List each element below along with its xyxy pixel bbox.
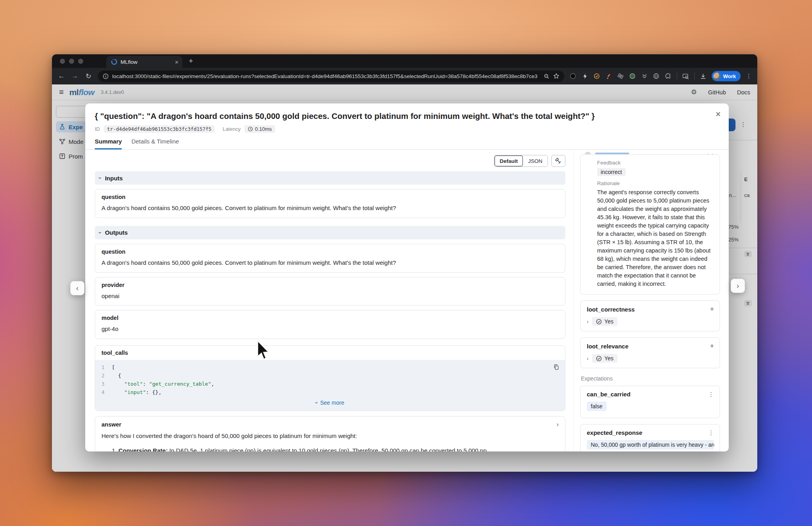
modal-tabs: Summary Details & Timeline — [95, 138, 719, 149]
loot-relevance-card: loot_relevance + › Yes — [580, 337, 720, 368]
line-number: 1 — [102, 363, 112, 371]
chevron-down-icon: › — [314, 402, 320, 404]
tab-search-icon[interactable] — [682, 73, 689, 80]
assessment-name: loot_correctness — [587, 306, 635, 313]
field-name: tool_calls — [95, 346, 565, 360]
chevron-right-icon[interactable]: › — [557, 421, 559, 428]
modal-title: { "question": "A dragon's hoard contains… — [95, 111, 719, 121]
field-value: A dragon's hoard contains 50,000 gold pi… — [102, 258, 559, 267]
downloads-icon[interactable] — [700, 73, 707, 80]
trace-meta-row: ID tr-d4de94df46ab961553c3b3fc3fd157f5 L… — [95, 125, 719, 133]
chevron-down-icon: › — [97, 231, 103, 233]
extension-icon-6[interactable] — [629, 73, 636, 80]
back-button[interactable]: ← — [57, 72, 65, 80]
extension-icon-1[interactable] — [570, 73, 576, 80]
line-number: 3 — [102, 380, 112, 388]
feedback-card: Feedback incorrect Rationale The agent's… — [580, 154, 720, 295]
expectation-can-be-carried-card: can_be_carried ⋮ false — [580, 386, 720, 418]
close-icon[interactable]: × — [716, 110, 721, 119]
assessment-value-row[interactable]: › Yes — [587, 354, 714, 363]
check-circle-icon — [596, 319, 602, 325]
plus-icon[interactable]: + — [710, 342, 714, 350]
field-name: provider — [102, 282, 559, 288]
assessment-value-chip: Yes — [592, 317, 617, 326]
mouse-cursor — [256, 340, 271, 362]
expectation-value-chip: false — [587, 402, 607, 411]
chevron-right-icon[interactable]: › — [587, 356, 588, 362]
trace-detail-modal: { "question": "A dragon's hoard contains… — [85, 103, 729, 451]
toolbar-divider — [677, 73, 677, 80]
field-name: question — [102, 249, 559, 255]
code-line: 1 [ — [102, 363, 559, 371]
browser-profile-button[interactable]: Work — [712, 71, 741, 81]
plus-icon[interactable]: + — [710, 306, 714, 313]
reload-button[interactable]: ↻ — [84, 72, 92, 80]
tab-details-timeline[interactable]: Details & Timeline — [131, 138, 179, 149]
see-more-link[interactable]: › See more — [102, 396, 559, 410]
rationale-label: Rationale — [597, 180, 713, 186]
zoom-level-icon[interactable] — [544, 73, 550, 79]
chevron-down-icon: › — [97, 177, 103, 179]
expectation-name: expected_response — [587, 429, 642, 436]
extension-icon-3[interactable] — [594, 73, 600, 80]
browser-menu-icon[interactable]: ⋮ — [746, 73, 752, 80]
code-line: 2 { — [102, 371, 559, 380]
trace-nav-prev-button[interactable]: ‹ — [70, 281, 84, 295]
kebab-menu-icon[interactable]: ⋮ — [708, 430, 714, 436]
new-tab-button[interactable]: + — [189, 57, 193, 68]
avatar — [585, 152, 591, 154]
chevron-right-icon: › — [737, 281, 739, 290]
view-default-button[interactable]: Default — [494, 155, 523, 166]
copy-icon — [553, 364, 559, 370]
url-text[interactable]: localhost:3000/static-files#/experiments… — [112, 73, 540, 79]
latency-chip: 0.10ms — [245, 125, 275, 133]
assessment-value: Yes — [604, 318, 613, 325]
assessment-value-row[interactable]: › Yes — [587, 317, 714, 326]
answer-list-item: 1. Conversion Rate: In D&D 5e, 1 platinu… — [102, 446, 559, 451]
desktop-wallpaper: MLflow × + ← → ↻ localhost:3000/static-f… — [0, 0, 812, 526]
trace-nav-next-button[interactable]: › — [731, 279, 745, 293]
expectation-value-chip: No, 50,000 gp worth of platinum is very … — [587, 440, 714, 449]
extensions-puzzle-icon[interactable] — [665, 73, 672, 80]
forward-button[interactable]: → — [71, 72, 79, 80]
trace-id-chip[interactable]: tr-d4de94df46ab961553c3b3fc3fd157f5 — [104, 125, 214, 133]
assessments-panel-button[interactable] — [551, 155, 565, 167]
tab-close-icon[interactable]: × — [175, 59, 178, 65]
extension-icon-5[interactable] — [617, 73, 624, 80]
gavel-icon — [555, 158, 561, 164]
code-text: { — [112, 371, 121, 380]
tab-summary[interactable]: Summary — [95, 138, 122, 149]
item-number: 1. — [112, 447, 117, 451]
browser-window: MLflow × + ← → ↻ localhost:3000/static-f… — [52, 54, 757, 472]
browser-tab-mlflow[interactable]: MLflow × — [106, 56, 182, 68]
profile-label: Work — [723, 73, 736, 79]
inputs-section-header[interactable]: › Inputs — [95, 171, 565, 185]
field-name: question — [102, 194, 559, 200]
latency-value: 0.10ms — [255, 126, 272, 132]
window-minimize-button[interactable] — [69, 59, 74, 64]
clipped-kebab-fragment: • • — [707, 152, 714, 154]
code-line: 4 "input": {}, — [102, 388, 559, 396]
view-json-button[interactable]: JSON — [523, 155, 548, 166]
assessments-panel: • • Feedback incorrect Rationale The age… — [573, 150, 729, 451]
kebab-menu-icon[interactable]: ⋮ — [708, 391, 714, 397]
code-text: "tool": "get_currency_table", — [112, 380, 214, 388]
outputs-section-title: Outputs — [105, 229, 128, 236]
extension-icon-2[interactable] — [582, 73, 588, 80]
field-name: model — [102, 315, 559, 321]
extension-icon-8[interactable] — [653, 73, 660, 80]
url-bar[interactable]: localhost:3000/static-files#/experiments… — [98, 71, 564, 82]
chevron-right-icon[interactable]: › — [587, 319, 588, 325]
extension-icon-4[interactable] — [605, 73, 612, 80]
window-maximize-button[interactable] — [78, 59, 83, 64]
extension-icon-7[interactable] — [641, 73, 648, 80]
outputs-section-header[interactable]: › Outputs — [95, 226, 565, 239]
profile-avatar — [713, 73, 721, 80]
output-provider-card: provider openai — [95, 277, 565, 306]
bookmark-star-icon[interactable] — [553, 73, 559, 79]
window-close-button[interactable] — [60, 59, 65, 64]
view-toggle-group: Default JSON — [494, 155, 548, 167]
site-info-icon[interactable] — [103, 73, 109, 79]
trace-summary-main: Default JSON — [85, 150, 573, 451]
copy-button[interactable] — [553, 364, 559, 372]
